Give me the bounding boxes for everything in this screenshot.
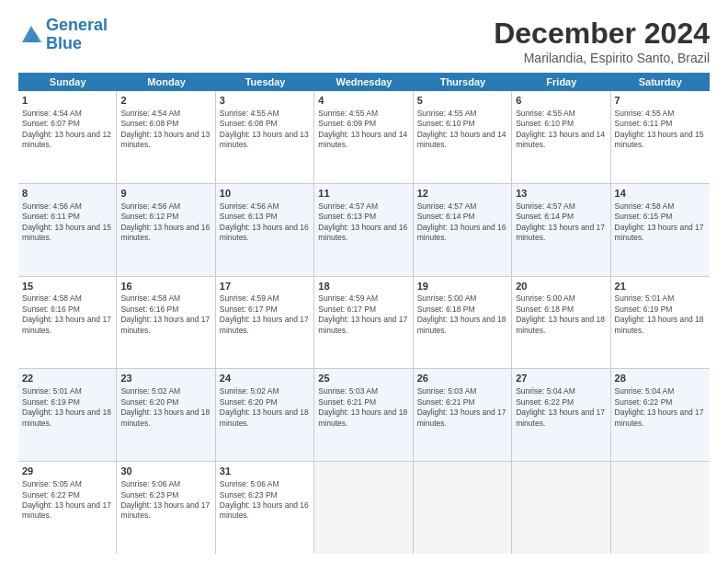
day-cell-25: 25Sunrise: 5:03 AMSunset: 6:21 PMDayligh… bbox=[314, 369, 413, 461]
day-number: 26 bbox=[417, 372, 507, 385]
sunset-info: Sunset: 6:22 PM bbox=[516, 397, 574, 407]
sunrise-info: Sunrise: 4:54 AM bbox=[120, 109, 180, 118]
daylight-info: Daylight: 13 hours and 17 minutes. bbox=[516, 223, 605, 242]
day-cell-2: 2Sunrise: 4:54 AMSunset: 6:08 PMDaylight… bbox=[117, 91, 215, 183]
sunrise-info: Sunrise: 4:57 AM bbox=[318, 201, 378, 211]
sunrise-info: Sunrise: 5:05 AM bbox=[22, 479, 82, 488]
sunset-info: Sunset: 6:20 PM bbox=[120, 397, 178, 407]
calendar-row-5: 29Sunrise: 5:05 AMSunset: 6:22 PMDayligh… bbox=[18, 462, 710, 554]
day-cell-30: 30Sunrise: 5:06 AMSunset: 6:23 PMDayligh… bbox=[117, 462, 215, 554]
day-cell-31: 31Sunrise: 5:06 AMSunset: 6:23 PMDayligh… bbox=[216, 462, 314, 554]
daylight-info: Daylight: 13 hours and 17 minutes. bbox=[417, 408, 506, 427]
day-cell-20: 20Sunrise: 5:00 AMSunset: 6:18 PMDayligh… bbox=[512, 277, 610, 369]
day-number: 10 bbox=[220, 187, 310, 201]
sunrise-info: Sunrise: 5:06 AM bbox=[120, 479, 180, 488]
location: Marilandia, Espirito Santo, Brazil bbox=[494, 51, 710, 65]
sunset-info: Sunset: 6:09 PM bbox=[318, 119, 376, 128]
day-number: 20 bbox=[516, 280, 606, 293]
daylight-info: Daylight: 13 hours and 17 minutes. bbox=[220, 315, 309, 334]
calendar-header: SundayMondayTuesdayWednesdayThursdayFrid… bbox=[18, 73, 710, 91]
sunset-info: Sunset: 6:14 PM bbox=[417, 212, 475, 221]
sunrise-info: Sunrise: 5:00 AM bbox=[417, 293, 477, 303]
empty-cell bbox=[414, 462, 512, 554]
day-number: 2 bbox=[120, 94, 210, 108]
empty-cell bbox=[314, 462, 413, 554]
day-number: 5 bbox=[417, 94, 507, 108]
day-cell-23: 23Sunrise: 5:02 AMSunset: 6:20 PMDayligh… bbox=[117, 369, 215, 461]
day-cell-27: 27Sunrise: 5:04 AMSunset: 6:22 PMDayligh… bbox=[512, 369, 610, 461]
sunrise-info: Sunrise: 4:56 AM bbox=[22, 201, 82, 211]
sunrise-info: Sunrise: 5:04 AM bbox=[615, 386, 675, 396]
day-cell-6: 6Sunrise: 4:55 AMSunset: 6:10 PMDaylight… bbox=[512, 91, 610, 183]
day-cell-22: 22Sunrise: 5:01 AMSunset: 6:19 PMDayligh… bbox=[18, 369, 117, 461]
day-number: 24 bbox=[220, 372, 310, 385]
sunset-info: Sunset: 6:07 PM bbox=[22, 119, 80, 128]
daylight-info: Daylight: 13 hours and 17 minutes. bbox=[22, 500, 111, 520]
day-cell-18: 18Sunrise: 4:59 AMSunset: 6:17 PMDayligh… bbox=[314, 277, 413, 369]
day-cell-14: 14Sunrise: 4:58 AMSunset: 6:15 PMDayligh… bbox=[611, 184, 710, 276]
sunset-info: Sunset: 6:18 PM bbox=[516, 304, 574, 314]
day-cell-11: 11Sunrise: 4:57 AMSunset: 6:13 PMDayligh… bbox=[314, 184, 413, 276]
sunrise-info: Sunrise: 4:57 AM bbox=[417, 201, 477, 211]
daylight-info: Daylight: 13 hours and 14 minutes. bbox=[318, 130, 407, 149]
sunrise-info: Sunrise: 5:06 AM bbox=[220, 479, 279, 488]
day-cell-7: 7Sunrise: 4:55 AMSunset: 6:11 PMDaylight… bbox=[611, 91, 710, 183]
daylight-info: Daylight: 13 hours and 17 minutes. bbox=[615, 408, 704, 427]
calendar: SundayMondayTuesdayWednesdayThursdayFrid… bbox=[18, 73, 710, 554]
day-cell-12: 12Sunrise: 4:57 AMSunset: 6:14 PMDayligh… bbox=[414, 184, 512, 276]
day-cell-5: 5Sunrise: 4:55 AMSunset: 6:10 PMDaylight… bbox=[414, 91, 512, 183]
calendar-row-2: 8Sunrise: 4:56 AMSunset: 6:11 PMDaylight… bbox=[18, 184, 710, 277]
logo-icon bbox=[18, 22, 44, 48]
daylight-info: Daylight: 13 hours and 17 minutes. bbox=[516, 408, 605, 427]
sunset-info: Sunset: 6:15 PM bbox=[615, 212, 673, 221]
empty-cell bbox=[512, 462, 610, 554]
sunrise-info: Sunrise: 5:03 AM bbox=[318, 386, 378, 396]
sunset-info: Sunset: 6:08 PM bbox=[120, 119, 178, 128]
sunrise-info: Sunrise: 4:57 AM bbox=[516, 201, 575, 211]
day-cell-29: 29Sunrise: 5:05 AMSunset: 6:22 PMDayligh… bbox=[18, 462, 117, 554]
day-cell-1: 1Sunrise: 4:54 AMSunset: 6:07 PMDaylight… bbox=[18, 91, 117, 183]
sunrise-info: Sunrise: 4:55 AM bbox=[220, 109, 279, 118]
day-cell-26: 26Sunrise: 5:03 AMSunset: 6:21 PMDayligh… bbox=[414, 369, 512, 461]
calendar-row-4: 22Sunrise: 5:01 AMSunset: 6:19 PMDayligh… bbox=[18, 369, 710, 462]
daylight-info: Daylight: 13 hours and 18 minutes. bbox=[120, 408, 210, 427]
day-cell-9: 9Sunrise: 4:56 AMSunset: 6:12 PMDaylight… bbox=[117, 184, 215, 276]
sunrise-info: Sunrise: 4:58 AM bbox=[120, 293, 180, 303]
header-day-tuesday: Tuesday bbox=[216, 73, 314, 91]
day-number: 31 bbox=[220, 465, 310, 478]
sunrise-info: Sunrise: 5:00 AM bbox=[516, 293, 575, 303]
sunrise-info: Sunrise: 4:56 AM bbox=[220, 201, 279, 211]
sunrise-info: Sunrise: 5:03 AM bbox=[417, 386, 477, 396]
sunrise-info: Sunrise: 5:02 AM bbox=[120, 386, 180, 396]
header-day-saturday: Saturday bbox=[611, 73, 710, 91]
sunrise-info: Sunrise: 5:02 AM bbox=[220, 386, 279, 396]
header-day-sunday: Sunday bbox=[18, 73, 117, 91]
daylight-info: Daylight: 13 hours and 16 minutes. bbox=[220, 500, 309, 520]
daylight-info: Daylight: 13 hours and 15 minutes. bbox=[22, 223, 111, 242]
day-cell-4: 4Sunrise: 4:55 AMSunset: 6:09 PMDaylight… bbox=[314, 91, 413, 183]
sunrise-info: Sunrise: 4:56 AM bbox=[120, 201, 180, 211]
day-number: 1 bbox=[22, 94, 112, 108]
day-number: 21 bbox=[615, 280, 706, 293]
day-number: 12 bbox=[417, 187, 507, 201]
sunset-info: Sunset: 6:21 PM bbox=[318, 397, 376, 407]
sunrise-info: Sunrise: 5:01 AM bbox=[22, 386, 82, 396]
daylight-info: Daylight: 13 hours and 16 minutes. bbox=[318, 223, 407, 242]
day-number: 18 bbox=[318, 280, 408, 293]
day-number: 15 bbox=[22, 280, 112, 293]
sunset-info: Sunset: 6:11 PM bbox=[22, 212, 80, 221]
daylight-info: Daylight: 13 hours and 17 minutes. bbox=[318, 315, 407, 334]
sunset-info: Sunset: 6:22 PM bbox=[615, 397, 673, 407]
calendar-row-3: 15Sunrise: 4:58 AMSunset: 6:16 PMDayligh… bbox=[18, 277, 710, 370]
sunrise-info: Sunrise: 4:55 AM bbox=[516, 109, 575, 118]
day-number: 11 bbox=[318, 187, 408, 201]
day-cell-17: 17Sunrise: 4:59 AMSunset: 6:17 PMDayligh… bbox=[216, 277, 314, 369]
sunrise-info: Sunrise: 4:55 AM bbox=[318, 109, 378, 118]
calendar-row-1: 1Sunrise: 4:54 AMSunset: 6:07 PMDaylight… bbox=[18, 91, 710, 184]
daylight-info: Daylight: 13 hours and 18 minutes. bbox=[417, 315, 506, 334]
daylight-info: Daylight: 13 hours and 16 minutes. bbox=[417, 223, 506, 242]
sunrise-info: Sunrise: 4:59 AM bbox=[220, 293, 279, 303]
sunset-info: Sunset: 6:10 PM bbox=[516, 119, 574, 128]
title-block: December 2024 Marilandia, Espirito Santo… bbox=[494, 17, 710, 65]
day-number: 30 bbox=[120, 465, 210, 478]
